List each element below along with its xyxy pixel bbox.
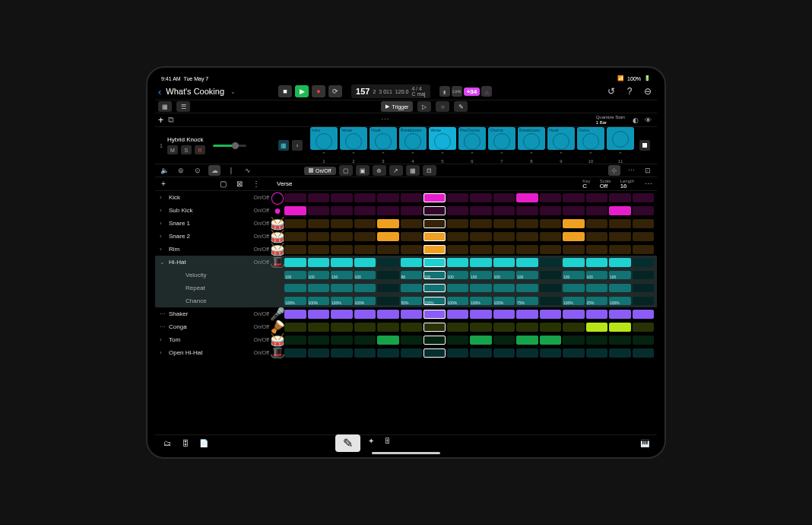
- step[interactable]: [633, 348, 655, 358]
- lane-menu-button[interactable]: ⋮: [251, 179, 262, 189]
- step[interactable]: [586, 258, 608, 267]
- step[interactable]: [516, 232, 538, 241]
- stop-button[interactable]: ■: [278, 85, 292, 97]
- select-button[interactable]: ▢: [217, 179, 228, 189]
- step[interactable]: [447, 258, 469, 267]
- substep[interactable]: 100: [354, 271, 376, 279]
- step[interactable]: [284, 245, 306, 254]
- step[interactable]: [423, 206, 446, 215]
- step[interactable]: [401, 323, 423, 332]
- step[interactable]: [563, 219, 585, 228]
- history-button[interactable]: ↺: [605, 85, 617, 97]
- substep[interactable]: 100%: [609, 297, 631, 305]
- substep[interactable]: [586, 284, 608, 292]
- quantize-start[interactable]: Quantize Start 1 Bar: [596, 115, 625, 125]
- step[interactable]: [308, 336, 330, 345]
- step[interactable]: [377, 232, 399, 241]
- substep[interactable]: 100: [423, 271, 446, 279]
- step[interactable]: [423, 348, 446, 358]
- substep[interactable]: [377, 271, 399, 279]
- lane-onoff-label[interactable]: On/Off: [254, 247, 270, 252]
- substep[interactable]: 100: [308, 271, 330, 279]
- step[interactable]: [609, 258, 631, 267]
- close-editor-button[interactable]: ⊡: [642, 165, 654, 176]
- step[interactable]: [586, 323, 608, 332]
- lane-onoff-label[interactable]: On/Off: [254, 234, 270, 239]
- step[interactable]: [516, 206, 538, 215]
- scene-cell-10[interactable]: Outro: [577, 127, 604, 150]
- substep[interactable]: 100%: [331, 297, 353, 305]
- step[interactable]: [308, 232, 330, 241]
- step[interactable]: [563, 323, 585, 332]
- step[interactable]: [401, 206, 423, 215]
- substep[interactable]: 100: [563, 271, 585, 279]
- step[interactable]: [540, 219, 562, 228]
- substep[interactable]: [470, 284, 492, 292]
- step[interactable]: [331, 348, 353, 358]
- gt-btn-3[interactable]: ⊕: [373, 165, 386, 176]
- home-indicator[interactable]: [372, 452, 440, 454]
- lane-kit-icon[interactable]: 🎤: [272, 309, 283, 320]
- step[interactable]: [423, 219, 446, 228]
- notes-button[interactable]: 📄: [198, 438, 210, 450]
- step[interactable]: [354, 310, 376, 319]
- substep[interactable]: [540, 271, 562, 279]
- track-options-button[interactable]: ⋯: [381, 115, 389, 125]
- step[interactable]: [284, 219, 306, 228]
- substep[interactable]: [493, 284, 515, 292]
- step[interactable]: [447, 348, 469, 358]
- sublane-name-label[interactable]: Chance: [186, 298, 269, 304]
- scene-cell-9[interactable]: Hook: [547, 127, 575, 150]
- step[interactable]: [401, 193, 423, 202]
- eye-button[interactable]: 👁: [642, 115, 654, 126]
- substep[interactable]: [633, 297, 655, 305]
- lane-onoff-label[interactable]: On/Off: [254, 311, 270, 317]
- substep[interactable]: [563, 284, 585, 292]
- substep[interactable]: 100%: [563, 297, 585, 305]
- step[interactable]: [401, 310, 423, 319]
- step[interactable]: [447, 336, 469, 345]
- step[interactable]: [516, 323, 538, 332]
- scene-arrow-icon[interactable]: ⌃: [559, 151, 563, 158]
- substep[interactable]: [377, 284, 399, 292]
- substep[interactable]: [308, 284, 330, 292]
- substep[interactable]: [377, 297, 399, 305]
- step[interactable]: [447, 310, 469, 319]
- step[interactable]: [284, 232, 306, 241]
- step[interactable]: [423, 232, 446, 241]
- step[interactable]: [447, 232, 469, 241]
- wand-tool-button[interactable]: ✦: [365, 434, 377, 447]
- step[interactable]: [331, 258, 353, 267]
- step[interactable]: [493, 193, 515, 202]
- step[interactable]: [377, 193, 399, 202]
- substep[interactable]: [540, 284, 562, 292]
- settings-button[interactable]: ⊖: [642, 85, 654, 97]
- scene-cell-5[interactable]: Verse: [429, 127, 456, 150]
- step[interactable]: [354, 323, 376, 332]
- step[interactable]: [633, 193, 655, 202]
- lane-disclose-button[interactable]: ›: [160, 207, 166, 214]
- substep[interactable]: [423, 284, 446, 292]
- scene-arrow-icon[interactable]: ⌃: [411, 151, 415, 158]
- step[interactable]: [633, 232, 655, 241]
- scene-stop-button[interactable]: [639, 140, 650, 151]
- substep[interactable]: [633, 271, 655, 279]
- step[interactable]: [401, 219, 423, 228]
- step[interactable]: [470, 258, 492, 267]
- step[interactable]: [633, 336, 655, 345]
- lane-name-label[interactable]: Conga: [169, 323, 251, 330]
- substep[interactable]: 100: [284, 271, 306, 279]
- lane-kit-icon[interactable]: 🪘: [272, 322, 283, 332]
- step[interactable]: [563, 348, 585, 358]
- lane-kit-icon[interactable]: 🥁: [272, 231, 283, 242]
- lane-onoff-label[interactable]: On/Off: [254, 350, 270, 355]
- lane-disclose-button[interactable]: ⌄: [160, 259, 166, 266]
- step[interactable]: [308, 310, 330, 319]
- step[interactable]: [308, 258, 330, 267]
- step[interactable]: [493, 323, 515, 332]
- step[interactable]: [423, 336, 446, 345]
- step[interactable]: [284, 206, 306, 215]
- fx2-button[interactable]: ⊙: [192, 165, 204, 176]
- region-more-button[interactable]: ⋯: [643, 179, 654, 189]
- param-length[interactable]: Length16: [620, 179, 634, 189]
